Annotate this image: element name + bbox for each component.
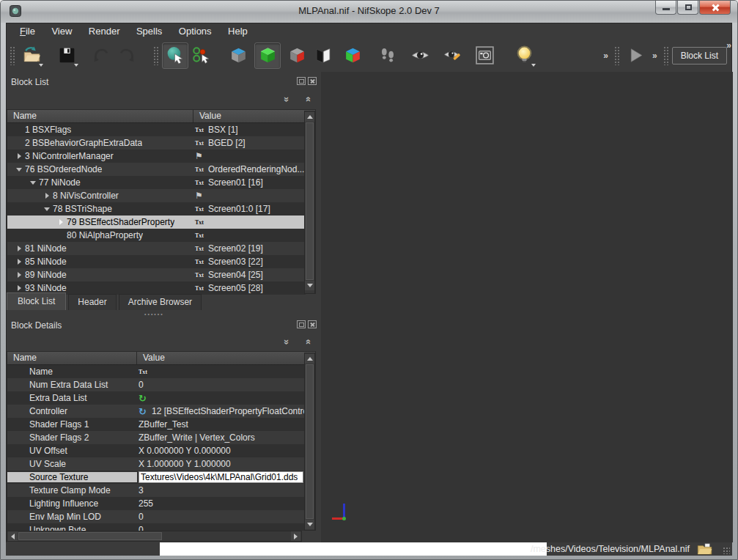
filename-input[interactable] — [160, 542, 547, 556]
block-details-row[interactable]: Source Texture — [7, 471, 306, 484]
undo-button[interactable] — [87, 43, 114, 69]
column-header-value[interactable]: Value — [193, 110, 304, 122]
block-list-row[interactable]: 80 NiAlphaPropertyTxt — [7, 229, 306, 242]
block-details-row[interactable]: NameTxt — [7, 365, 306, 378]
column-header-name[interactable]: Name — [7, 110, 193, 122]
block-list-row[interactable]: 89 NiNodeTxtScreen04 [25] — [7, 268, 306, 281]
scroll-up-button[interactable] — [305, 112, 314, 122]
block-details-header[interactable]: Name Value — [7, 352, 315, 365]
block-details-row[interactable]: Num Extra Data List0 — [7, 378, 306, 391]
block-details-row[interactable]: Unknown Byte0 — [7, 523, 306, 531]
toolbar-corner-overflow-icon[interactable]: » — [726, 40, 731, 51]
show-all-button[interactable] — [339, 43, 366, 69]
tab-archive-browser[interactable]: Archive Browser — [119, 294, 202, 310]
block-list-row[interactable]: 3 NiControllerManager⚑ — [7, 150, 306, 163]
scroll-right-button[interactable] — [291, 531, 300, 541]
maximize-button[interactable] — [677, 1, 698, 15]
dock-close-button[interactable] — [308, 77, 317, 85]
block-list-row[interactable]: 77 NiNodeTxtScreen01 [16] — [7, 176, 306, 189]
screenshot-button[interactable] — [471, 43, 498, 69]
lighting-button[interactable] — [511, 43, 537, 69]
titlebar[interactable]: MLPAnal.nif - NifSkope 2.0 Dev 7 — [1, 1, 737, 23]
block-details-row[interactable]: Env Map Min LOD0 — [7, 510, 306, 523]
block-list-selector-button[interactable]: Block List — [672, 47, 727, 65]
block-list-row[interactable]: 85 NiNodeTxtScreen03 [22] — [7, 255, 306, 268]
scroll-thumb[interactable] — [18, 532, 162, 540]
toolbar-overflow-icon[interactable]: » — [649, 51, 660, 61]
block-list-row[interactable]: 8 NiVisController⚑ — [7, 189, 306, 202]
save-file-button[interactable] — [53, 43, 80, 69]
expander-collapsed-icon[interactable] — [13, 268, 25, 281]
column-header-name[interactable]: Name — [7, 352, 137, 364]
show-nodes-button[interactable] — [225, 43, 251, 69]
menu-spells[interactable]: Spells — [130, 23, 169, 37]
resize-grip[interactable] — [723, 547, 730, 554]
block-details-row[interactable]: Texture Clamp Mode3 — [7, 484, 306, 497]
expander-collapsed-icon[interactable] — [13, 255, 25, 268]
close-button[interactable] — [699, 1, 731, 15]
open-file-button[interactable] — [18, 43, 45, 69]
block-list-row[interactable]: 81 NiNodeTxtScreen02 [19] — [7, 242, 306, 255]
expander-expanded-icon[interactable] — [13, 163, 25, 176]
visibility-button[interactable] — [407, 43, 433, 69]
block-details-row[interactable]: Controller↻12 [BSEffectShaderPropertyFlo… — [7, 405, 306, 418]
block-details-row[interactable]: UV OffsetX 0.000000 Y 0.000000 — [7, 444, 306, 457]
toolbar-grip[interactable] — [153, 46, 159, 65]
block-list-header[interactable]: Name Value — [7, 110, 315, 123]
block-details-row[interactable]: UV ScaleX 1.000000 Y 1.000000 — [7, 457, 306, 471]
scroll-down-button[interactable] — [305, 281, 314, 290]
block-details-row[interactable]: Shader Flags 1ZBuffer_Test — [7, 418, 306, 431]
block-details-row[interactable]: Lighting Influence255 — [7, 497, 306, 510]
expander-collapsed-icon[interactable] — [41, 189, 53, 202]
toolbar-grip[interactable] — [614, 46, 620, 65]
scroll-up-button[interactable] — [305, 354, 314, 364]
select-object-mode-button[interactable] — [162, 43, 188, 69]
scroll-down-button[interactable] — [305, 520, 314, 529]
block-details-row[interactable]: Extra Data List↻ — [7, 391, 306, 405]
dock-close-button[interactable] — [308, 320, 317, 328]
dock-float-button[interactable] — [297, 77, 306, 85]
toolbar-grip[interactable] — [663, 46, 669, 65]
toolbar-overflow-icon[interactable]: » — [600, 51, 611, 61]
scroll-thumb[interactable] — [306, 122, 314, 280]
expand-all-button[interactable]: » — [301, 336, 314, 347]
collapse-all-button[interactable]: » — [281, 336, 294, 347]
expander-collapsed-icon[interactable] — [13, 242, 25, 255]
collapse-all-button[interactable]: » — [281, 93, 294, 105]
menu-render[interactable]: Render — [82, 23, 127, 37]
edit-visibility-button[interactable] — [439, 43, 465, 69]
toolbar-grip[interactable] — [10, 46, 15, 65]
block-details-hscrollbar[interactable] — [7, 531, 302, 542]
scroll-left-button[interactable] — [8, 531, 18, 541]
block-list-vscrollbar[interactable] — [304, 111, 315, 294]
block-list-row[interactable]: 78 BSTriShapeTxtScreen01:0 [17] — [7, 202, 306, 215]
animation-walk-button[interactable] — [374, 43, 401, 69]
block-details-vscrollbar[interactable] — [304, 353, 315, 531]
menu-view[interactable]: View — [45, 23, 78, 37]
show-collision-button[interactable] — [284, 43, 310, 69]
menu-file[interactable]: File — [13, 23, 42, 37]
select-vertex-mode-button[interactable] — [188, 43, 215, 69]
tab-header[interactable]: Header — [68, 294, 116, 310]
menu-options[interactable]: Options — [172, 23, 218, 37]
scroll-thumb[interactable] — [306, 364, 314, 519]
source-texture-input[interactable] — [139, 471, 303, 483]
expander-expanded-icon[interactable] — [41, 202, 53, 215]
dock-float-button[interactable] — [297, 320, 306, 328]
viewport-3d[interactable] — [321, 72, 733, 542]
expander-collapsed-icon[interactable] — [13, 150, 25, 163]
dock-splitter-handle[interactable]: •••••• — [144, 312, 164, 317]
expander-expanded-icon[interactable] — [27, 176, 39, 189]
minimize-button[interactable] — [655, 1, 676, 15]
redo-button[interactable] — [114, 43, 140, 69]
block-list-row[interactable]: 2 BSBehaviorGraphExtraDataTxtBGED [2] — [7, 136, 306, 150]
block-list-row[interactable]: 76 BSOrderedNodeTxtOrderedRenderingNod..… — [7, 163, 306, 176]
play-animation-button[interactable] — [623, 43, 649, 69]
block-details-row[interactable]: Shader Flags 2ZBuffer_Write | Vertex_Col… — [7, 431, 306, 444]
block-list-row[interactable]: 79 BSEffectShaderPropertyTxt — [7, 215, 306, 229]
browse-folder-button[interactable] — [696, 543, 714, 555]
expand-all-button[interactable]: » — [301, 93, 314, 105]
show-markers-button[interactable] — [310, 43, 336, 69]
block-list-row[interactable]: 1 BSXFlagsTxtBSX [1] — [7, 123, 306, 136]
show-hidden-button[interactable] — [254, 43, 281, 69]
